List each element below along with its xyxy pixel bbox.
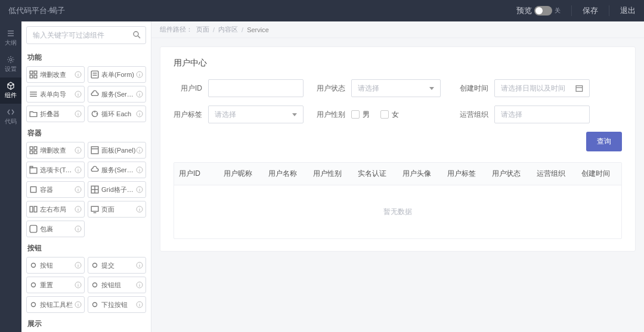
toggle-switch[interactable] — [534, 6, 552, 15]
label-user-gender: 用户性别 — [317, 110, 345, 120]
cube-icon — [7, 82, 15, 90]
rail-settings[interactable]: 设置 — [0, 51, 21, 77]
rail-components[interactable]: 组件 — [0, 77, 21, 104]
component-block[interactable]: 下拉按钮 — [88, 296, 146, 313]
block-label: 包裹 — [40, 225, 75, 234]
info-icon[interactable] — [136, 110, 143, 117]
dot-icon — [29, 261, 38, 269]
list-icon — [29, 90, 38, 98]
block-label: Grid格子布局 — [101, 185, 136, 194]
info-icon[interactable] — [75, 206, 82, 213]
group-title: 功能 — [27, 52, 146, 63]
breadcrumb-item[interactable]: 内容区 — [218, 25, 238, 34]
block-label: 服务(Service) — [101, 166, 136, 175]
dot-icon — [91, 261, 99, 269]
topbar: 低代码平台-蝎子 预览 关 保存 退出 — [0, 0, 644, 21]
breadcrumb-current[interactable]: Service — [247, 26, 269, 33]
user-center-card: 用户中心 用户ID 用户状态 请选择 创建时间 — [160, 46, 636, 252]
preview-label: 预览 — [516, 5, 532, 16]
label-user-tag: 用户标签 — [174, 110, 202, 120]
search-input[interactable] — [26, 26, 146, 44]
form-row: 用户标签 请选择 用户性别 男 女 运营组织 — [174, 106, 622, 123]
block-label: 重置 — [40, 281, 75, 290]
info-icon[interactable] — [75, 166, 82, 173]
cloud-icon — [91, 166, 99, 174]
rail-outline[interactable]: 大纲 — [0, 25, 21, 51]
lr-icon — [29, 205, 38, 213]
info-icon[interactable] — [75, 186, 82, 193]
component-block[interactable]: 按钮组 — [88, 277, 146, 293]
block-label: 选项卡(Tabs) — [40, 166, 75, 175]
component-block[interactable]: 增删改查 — [26, 66, 85, 83]
breadcrumb-item[interactable]: 页面 — [196, 25, 209, 34]
component-block[interactable]: 表单(Form) — [88, 66, 146, 83]
info-icon[interactable] — [75, 147, 82, 154]
tabs-icon — [29, 166, 38, 174]
checkbox-female[interactable] — [380, 110, 389, 119]
info-icon[interactable] — [136, 301, 143, 308]
grid-icon — [29, 146, 38, 154]
app-title: 低代码平台-蝎子 — [8, 5, 516, 16]
topbar-actions: 预览 关 保存 退出 — [516, 5, 636, 16]
info-icon[interactable] — [136, 91, 143, 98]
exit-button[interactable]: 退出 — [620, 5, 636, 16]
table-empty: 暂无数据 — [174, 185, 621, 238]
info-icon[interactable] — [136, 186, 143, 193]
component-block[interactable]: 选项卡(Tabs) — [26, 162, 85, 178]
info-icon[interactable] — [75, 110, 82, 117]
canvas[interactable]: 用户中心 用户ID 用户状态 请选择 创建时间 — [151, 38, 644, 332]
save-button[interactable]: 保存 — [583, 5, 598, 16]
info-icon[interactable] — [75, 262, 82, 269]
table-header: 用户ID用户昵称用户名称用户性别实名认证用户头像用户标签用户状态运营组织创建时间 — [174, 163, 621, 185]
info-icon[interactable] — [136, 281, 143, 288]
info-icon[interactable] — [136, 262, 143, 269]
info-icon[interactable] — [75, 301, 82, 308]
component-block[interactable]: 重置 — [26, 277, 85, 293]
checkbox-male[interactable] — [351, 110, 360, 119]
info-icon[interactable] — [75, 281, 82, 288]
panel-icon — [91, 146, 99, 154]
component-block[interactable]: 服务(Service) — [88, 162, 146, 178]
component-block[interactable]: 循环 Each — [88, 106, 146, 122]
block-label: 按钮 — [40, 261, 75, 270]
component-block[interactable]: 左右布局 — [26, 201, 85, 218]
input-user-id[interactable] — [208, 79, 304, 97]
component-block[interactable]: 面板(Panel) — [88, 142, 146, 159]
info-icon[interactable] — [136, 147, 143, 154]
input-create-time[interactable] — [494, 79, 590, 97]
box-icon — [29, 185, 38, 194]
component-block[interactable]: 页面 — [88, 201, 146, 218]
preview-toggle[interactable]: 预览 关 — [516, 5, 561, 16]
select-user-tag[interactable]: 请选择 — [208, 106, 304, 123]
info-icon[interactable] — [75, 91, 82, 98]
component-block[interactable]: 按钮工具栏 — [26, 296, 85, 313]
info-icon[interactable] — [75, 71, 82, 78]
component-block[interactable]: 容器 — [26, 181, 85, 198]
calendar-icon — [575, 84, 583, 92]
info-icon[interactable] — [136, 166, 143, 173]
info-icon[interactable] — [136, 71, 143, 78]
info-icon[interactable] — [75, 225, 82, 232]
component-block[interactable]: 表单向导 — [26, 86, 85, 103]
component-block[interactable]: 按钮 — [26, 257, 85, 274]
label-org: 运营组织 — [460, 110, 488, 120]
component-block[interactable]: 包裹 — [26, 221, 85, 237]
component-block[interactable]: Grid格子布局 — [88, 181, 146, 198]
info-icon[interactable] — [136, 206, 143, 213]
gridlay-icon — [91, 185, 99, 194]
search-button[interactable]: 查询 — [586, 132, 622, 151]
component-block[interactable]: 提交 — [88, 257, 146, 274]
block-grid: 按钮提交重置按钮组按钮工具栏下拉按钮 — [26, 257, 146, 313]
component-block[interactable]: 折叠器 — [26, 106, 85, 122]
block-label: 服务(Service) — [101, 90, 136, 99]
group-title: 按钮 — [27, 243, 146, 253]
rail-code[interactable]: 代码 — [0, 104, 21, 130]
block-grid: 增删改查面板(Panel)选项卡(Tabs)服务(Service)容器Grid格… — [26, 142, 146, 237]
component-block[interactable]: 服务(Service) — [88, 86, 146, 103]
component-block[interactable]: 增删改查 — [26, 142, 85, 159]
input-org[interactable] — [494, 106, 590, 123]
component-panel: 功能增删改查表单(Form)表单向导服务(Service)折叠器循环 Each容… — [21, 21, 151, 332]
select-user-status[interactable]: 请选择 — [351, 79, 441, 97]
form-icon — [91, 70, 99, 79]
block-label: 表单(Form) — [101, 70, 136, 79]
